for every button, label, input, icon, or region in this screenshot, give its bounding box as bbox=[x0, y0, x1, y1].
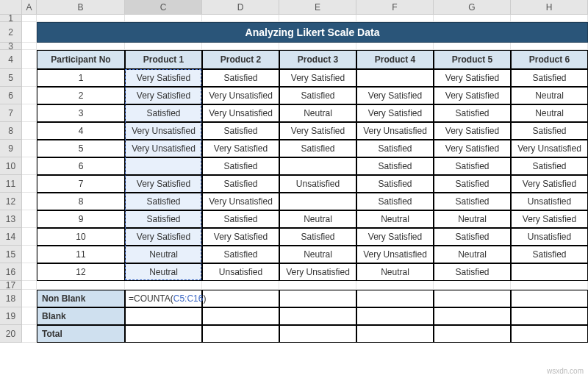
data-cell[interactable]: Very Satisfied bbox=[356, 104, 434, 122]
summary-label-non-blank[interactable]: Non Blank bbox=[37, 290, 125, 307]
cell-A15[interactable] bbox=[22, 246, 37, 263]
select-all-corner[interactable] bbox=[0, 0, 22, 15]
data-cell[interactable]: Neutral bbox=[125, 246, 202, 263]
summary-cell[interactable] bbox=[356, 290, 434, 307]
data-cell[interactable]: Unsatisfied bbox=[202, 263, 279, 281]
data-cell[interactable]: Very Unsatisfied bbox=[202, 87, 279, 104]
data-cell[interactable]: Neutral bbox=[356, 263, 434, 281]
row-header-15[interactable]: 15 bbox=[0, 246, 22, 263]
data-cell[interactable]: Very Unsatisfied bbox=[202, 104, 279, 122]
row-header-9[interactable]: 9 bbox=[0, 140, 22, 157]
row-header-20[interactable]: 20 bbox=[0, 325, 22, 343]
data-cell[interactable]: Satisfied bbox=[511, 157, 588, 175]
data-cell[interactable] bbox=[279, 157, 356, 175]
cell-F3[interactable] bbox=[356, 43, 434, 50]
cell-A16[interactable] bbox=[22, 263, 37, 281]
data-cell[interactable]: Satisfied bbox=[434, 175, 511, 193]
data-cell[interactable]: Satisfied bbox=[202, 210, 279, 228]
data-cell[interactable]: Very Satisfied bbox=[356, 228, 434, 246]
row-header-1[interactable]: 1 bbox=[0, 15, 22, 22]
summary-cell[interactable] bbox=[434, 307, 511, 325]
col-header-D[interactable]: D bbox=[202, 0, 279, 15]
participant-cell[interactable]: 4 bbox=[37, 122, 125, 140]
row-header-14[interactable]: 14 bbox=[0, 228, 22, 246]
summary-label-blank[interactable]: Blank bbox=[37, 307, 125, 325]
summary-cell[interactable] bbox=[356, 307, 434, 325]
data-cell[interactable]: Satisfied bbox=[434, 193, 511, 210]
table-header-product-4[interactable]: Product 4 bbox=[356, 50, 434, 69]
data-cell[interactable]: Very Satisfied bbox=[356, 87, 434, 104]
data-cell[interactable]: Satisfied bbox=[434, 263, 511, 281]
summary-cell[interactable] bbox=[434, 325, 511, 343]
data-cell[interactable]: Very Unsatisfied bbox=[125, 122, 202, 140]
row-header-12[interactable]: 12 bbox=[0, 193, 22, 210]
data-cell[interactable]: Very Satisfied bbox=[279, 69, 356, 87]
summary-cell[interactable] bbox=[279, 290, 356, 307]
row-header-7[interactable]: 7 bbox=[0, 104, 22, 122]
table-header-product-3[interactable]: Product 3 bbox=[279, 50, 356, 69]
row-header-10[interactable]: 10 bbox=[0, 157, 22, 175]
data-cell[interactable]: Satisfied bbox=[356, 157, 434, 175]
summary-cell[interactable] bbox=[434, 290, 511, 307]
col-header-H[interactable]: H bbox=[511, 0, 588, 15]
data-cell[interactable]: Unsatisfied bbox=[511, 193, 588, 210]
data-cell[interactable]: Very Unsatisfied bbox=[356, 246, 434, 263]
data-cell[interactable] bbox=[279, 193, 356, 210]
data-cell[interactable]: Neutral bbox=[511, 104, 588, 122]
data-cell[interactable]: Satisfied bbox=[279, 228, 356, 246]
col-header-E[interactable]: E bbox=[279, 0, 356, 15]
table-header-product-2[interactable]: Product 2 bbox=[202, 50, 279, 69]
data-cell[interactable]: Very Satisfied bbox=[202, 140, 279, 157]
participant-cell[interactable]: 11 bbox=[37, 246, 125, 263]
summary-cell[interactable] bbox=[202, 290, 279, 307]
data-cell[interactable]: Satisfied bbox=[434, 104, 511, 122]
participant-cell[interactable]: 5 bbox=[37, 140, 125, 157]
cell-A12[interactable] bbox=[22, 193, 37, 210]
data-cell[interactable] bbox=[511, 263, 588, 281]
data-cell[interactable]: Satisfied bbox=[434, 157, 511, 175]
row-header-8[interactable]: 8 bbox=[0, 122, 22, 140]
data-cell[interactable]: Satisfied bbox=[202, 175, 279, 193]
summary-cell[interactable] bbox=[356, 325, 434, 343]
cell-C17[interactable] bbox=[125, 281, 202, 290]
cell-A11[interactable] bbox=[22, 175, 37, 193]
col-header-F[interactable]: F bbox=[356, 0, 434, 15]
participant-cell[interactable]: 2 bbox=[37, 87, 125, 104]
data-cell[interactable]: Satisfied bbox=[202, 122, 279, 140]
data-cell[interactable]: Neutral bbox=[279, 246, 356, 263]
cell-A5[interactable] bbox=[22, 69, 37, 87]
row-header-18[interactable]: 18 bbox=[0, 290, 22, 307]
summary-cell[interactable] bbox=[202, 325, 279, 343]
cell-A20[interactable] bbox=[22, 325, 37, 343]
data-cell[interactable]: Neutral bbox=[434, 246, 511, 263]
cell-A1[interactable] bbox=[22, 15, 37, 22]
summary-cell[interactable] bbox=[125, 325, 202, 343]
cell-H17[interactable] bbox=[511, 281, 588, 290]
data-cell[interactable]: Very Satisfied bbox=[202, 228, 279, 246]
cell-A3[interactable] bbox=[22, 43, 37, 50]
data-cell[interactable]: Satisfied bbox=[356, 175, 434, 193]
data-cell[interactable]: Satisfied bbox=[511, 122, 588, 140]
cell-E1[interactable] bbox=[279, 15, 356, 22]
cell-F17[interactable] bbox=[356, 281, 434, 290]
summary-cell[interactable] bbox=[511, 290, 588, 307]
data-cell[interactable] bbox=[356, 69, 434, 87]
summary-cell[interactable] bbox=[125, 307, 202, 325]
data-cell[interactable]: Unsatisfied bbox=[279, 175, 356, 193]
cell-C3[interactable] bbox=[125, 43, 202, 50]
cell-D17[interactable] bbox=[202, 281, 279, 290]
grid[interactable]: Participant NoProduct 1Product 2Product … bbox=[22, 15, 588, 343]
data-cell[interactable]: Very Satisfied bbox=[434, 69, 511, 87]
col-header-B[interactable]: B bbox=[37, 0, 125, 15]
row-header-6[interactable]: 6 bbox=[0, 87, 22, 104]
participant-cell[interactable]: 9 bbox=[37, 210, 125, 228]
row-header-11[interactable]: 11 bbox=[0, 175, 22, 193]
data-cell[interactable]: Very Unsatisfied bbox=[202, 193, 279, 210]
summary-label-total[interactable]: Total bbox=[37, 325, 125, 343]
data-cell[interactable]: Satisfied bbox=[125, 210, 202, 228]
data-cell[interactable]: Very Unsatisfied bbox=[279, 263, 356, 281]
data-cell[interactable]: Very Satisfied bbox=[434, 122, 511, 140]
data-cell[interactable]: Satisfied bbox=[511, 69, 588, 87]
participant-cell[interactable]: 12 bbox=[37, 263, 125, 281]
row-header-19[interactable]: 19 bbox=[0, 307, 22, 325]
